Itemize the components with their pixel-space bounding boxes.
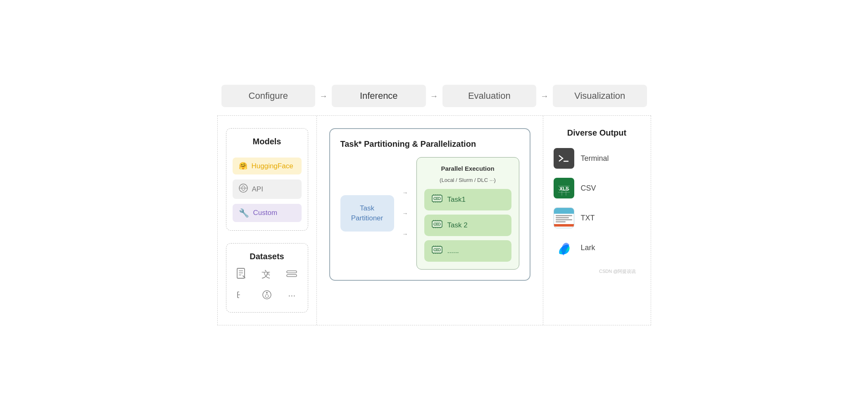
partition-arrow-2: → bbox=[402, 210, 408, 217]
custom-icon: 🔧 bbox=[239, 208, 249, 218]
terminal-icon bbox=[554, 148, 574, 169]
step-evaluation: Evaluation bbox=[442, 85, 537, 107]
lark-label: Lark bbox=[581, 244, 595, 252]
hf-emoji-icon: 🤗 bbox=[239, 162, 247, 170]
inner-layout: TaskPartitioner → → → Parallel Execution… bbox=[340, 157, 519, 270]
output-items: Terminal XLS CSV bbox=[554, 148, 640, 258]
csv-label: CSV bbox=[581, 184, 596, 193]
arrow-3: → bbox=[540, 91, 549, 101]
terminal-label: Terminal bbox=[581, 154, 609, 163]
watermark: CSDN @阿提说说 bbox=[554, 266, 640, 275]
model-custom[interactable]: 🔧 Custom bbox=[233, 204, 302, 222]
dataset-icon-3 bbox=[282, 267, 301, 283]
parallel-execution-box: Parallel Execution (Local / Slurm / DLC … bbox=[416, 157, 519, 270]
datasets-title: Datasets bbox=[233, 252, 302, 261]
model-huggingface[interactable]: 🤗 HuggingFace bbox=[233, 158, 302, 174]
task-card-1: Task1 bbox=[424, 189, 511, 210]
partition-arrows: → → → bbox=[402, 189, 408, 237]
api-label: API bbox=[252, 185, 263, 193]
api-icon bbox=[239, 184, 248, 195]
middle-column: Task* Partitioning & Parallelization Tas… bbox=[317, 116, 543, 325]
parallel-subtitle: (Local / Slurm / DLC ···) bbox=[424, 177, 511, 183]
models-section: Models 🤗 HuggingFace API bbox=[226, 128, 308, 231]
task-partitioner: TaskPartitioner bbox=[340, 195, 394, 232]
partition-arrow-3: → bbox=[402, 231, 408, 237]
task-partitioner-label: TaskPartitioner bbox=[351, 204, 383, 222]
custom-label: Custom bbox=[253, 209, 278, 217]
svg-rect-8 bbox=[287, 271, 297, 273]
task-box-title: Task* Partitioning & Parallelization bbox=[340, 139, 519, 149]
task-card-3: ...... bbox=[424, 240, 511, 262]
dataset-icon-5 bbox=[257, 289, 276, 304]
models-title: Models bbox=[233, 137, 302, 146]
gpu-icon-1 bbox=[432, 194, 442, 205]
hf-label: HuggingFace bbox=[252, 162, 293, 170]
step-visualization: Visualization bbox=[553, 85, 647, 107]
nav-row: Configure → Inference → Evaluation → Vis… bbox=[217, 81, 651, 116]
gpu-icon-3 bbox=[432, 245, 442, 257]
task-cards: Task1 bbox=[424, 189, 511, 262]
parallel-title: Parallel Execution bbox=[424, 165, 511, 172]
left-column: Models 🤗 HuggingFace API bbox=[218, 116, 317, 325]
lark-icon bbox=[554, 237, 574, 258]
task-2-label: Task 2 bbox=[447, 221, 468, 229]
output-csv: XLS CSV bbox=[554, 178, 640, 198]
dataset-icon-6: ··· bbox=[282, 289, 301, 304]
svg-text:XLS: XLS bbox=[559, 186, 569, 192]
step-configure: Configure bbox=[221, 85, 316, 107]
pipeline-container: Configure → Inference → Evaluation → Vis… bbox=[217, 81, 651, 325]
dataset-icon-2: 文 A bbox=[257, 267, 276, 283]
right-column: Diverse Output Terminal bbox=[543, 116, 651, 325]
model-api[interactable]: API bbox=[233, 179, 302, 199]
dataset-icons-grid: 文 A bbox=[233, 267, 302, 304]
main-row: Models 🤗 HuggingFace API bbox=[217, 116, 651, 325]
output-title: Diverse Output bbox=[554, 128, 640, 138]
output-lark: Lark bbox=[554, 237, 640, 258]
txt-label: TXT bbox=[581, 214, 595, 222]
step-inference: Inference bbox=[332, 85, 426, 107]
task-3-label: ...... bbox=[447, 247, 459, 255]
svg-point-15 bbox=[266, 292, 268, 294]
output-terminal: Terminal bbox=[554, 148, 640, 169]
arrow-1: → bbox=[319, 91, 328, 101]
csv-icon: XLS bbox=[554, 178, 574, 198]
output-txt: TXT bbox=[554, 208, 640, 228]
task-partitioning-box: Task* Partitioning & Parallelization Tas… bbox=[329, 128, 530, 281]
gpu-icon-2 bbox=[432, 220, 442, 231]
partition-arrow-1: → bbox=[402, 189, 408, 196]
arrow-2: → bbox=[430, 91, 438, 101]
datasets-section: Datasets 文 A bbox=[226, 243, 308, 313]
task-card-2: Task 2 bbox=[424, 215, 511, 236]
svg-rect-9 bbox=[287, 275, 297, 277]
svg-text:A: A bbox=[266, 271, 270, 277]
dataset-icon-1 bbox=[233, 267, 252, 283]
txt-icon bbox=[554, 208, 574, 228]
task-1-label: Task1 bbox=[447, 196, 466, 204]
dataset-icon-4 bbox=[233, 289, 252, 304]
